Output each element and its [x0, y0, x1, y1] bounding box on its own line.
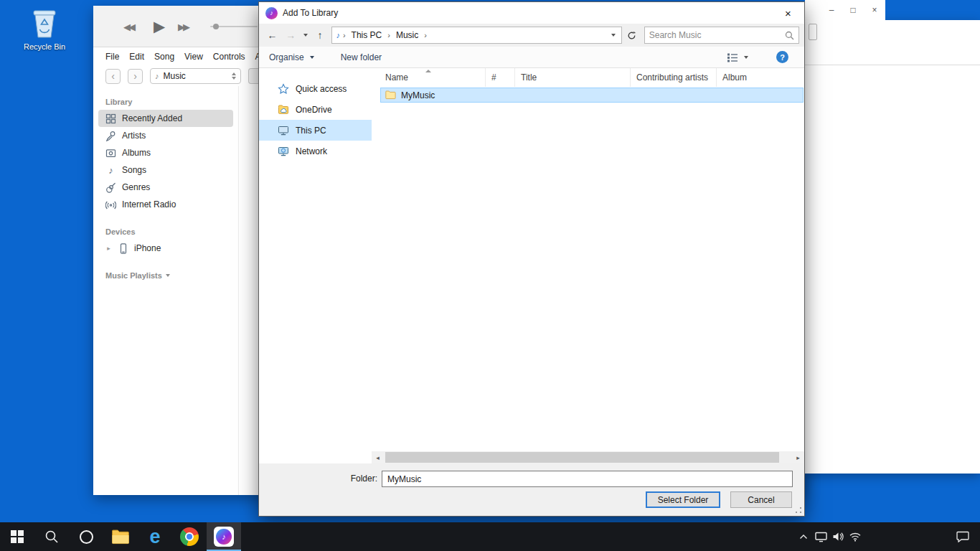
menu-file[interactable]: File — [105, 52, 119, 62]
search-input[interactable] — [649, 30, 785, 40]
file-list-area: Name # Title Contributing artists Album … — [372, 68, 804, 463]
menu-song[interactable]: Song — [154, 52, 174, 62]
sidebar-item-label: Artists — [122, 131, 146, 141]
horizontal-scrollbar[interactable]: ◂ ▸ — [372, 451, 804, 463]
nav-item-network[interactable]: Network — [259, 141, 372, 161]
recycle-bin[interactable]: Recycle Bin — [22, 6, 67, 51]
column-header-contributing-artists[interactable]: Contributing artists — [631, 68, 717, 87]
folder-label: Folder: — [346, 474, 377, 484]
resize-grip[interactable] — [794, 506, 802, 514]
media-kind-picker[interactable]: ♪ Music — [150, 68, 241, 84]
next-track-button[interactable]: ▶▶ — [178, 21, 188, 32]
address-dropdown-chevron-icon[interactable] — [611, 34, 616, 37]
music-note-icon: ♪ — [155, 72, 159, 80]
play-button[interactable]: ▶ — [154, 18, 165, 35]
chrome-button[interactable] — [172, 522, 207, 551]
file-row-selected[interactable]: MyMusic — [380, 88, 804, 103]
nav-item-quick-access[interactable]: Quick access — [259, 78, 372, 99]
album-icon — [105, 148, 116, 159]
chevron-right-icon: › — [133, 71, 137, 81]
folder-name-input[interactable] — [382, 471, 793, 487]
music-note-icon: ♪ — [105, 165, 116, 176]
select-folder-button[interactable]: Select Folder — [646, 491, 720, 508]
computer-icon — [278, 125, 289, 136]
dialog-main-area: Quick access OneDrive This PC — [259, 68, 804, 463]
folder-icon — [385, 90, 396, 100]
taskbar: e ♪ — [0, 522, 980, 551]
organise-button[interactable]: Organise — [269, 52, 316, 62]
scroll-right-button[interactable]: ▸ — [792, 451, 804, 463]
column-header-name[interactable]: Name — [372, 68, 486, 87]
media-kind-label: Music — [164, 71, 228, 81]
help-button[interactable]: ? — [776, 51, 788, 63]
column-header-number[interactable]: # — [486, 68, 515, 87]
view-options-button[interactable] — [727, 52, 750, 62]
sidebar-item-label: Internet Radio — [122, 199, 176, 209]
volume-knob[interactable] — [213, 24, 219, 29]
action-center-button[interactable] — [951, 522, 974, 551]
cortana-button[interactable] — [69, 522, 103, 551]
hidden-icons-button[interactable] — [795, 522, 812, 551]
start-button[interactable] — [0, 522, 34, 551]
column-header-title[interactable]: Title — [515, 68, 631, 87]
column-header-album[interactable]: Album — [717, 68, 804, 87]
menu-controls[interactable]: Controls — [213, 52, 245, 62]
file-list: MyMusic — [372, 87, 804, 451]
sidebar-item-genres[interactable]: Genres — [98, 179, 233, 196]
sidebar-item-internet-radio[interactable]: Internet Radio — [98, 196, 233, 213]
itunes-sidebar: Library Recently Added Artists Albums ♪ … — [93, 86, 239, 495]
search-box[interactable] — [644, 27, 799, 44]
address-bar[interactable]: ♪ › This PC › Music › — [331, 27, 622, 44]
list-view-icon — [727, 52, 738, 62]
wifi-icon — [849, 532, 861, 542]
sidebar-item-artists[interactable]: Artists — [98, 127, 233, 144]
maximize-button[interactable]: □ — [842, 0, 864, 20]
scrollbar-track[interactable] — [384, 451, 792, 463]
itunes-app-icon: ♪ — [265, 7, 278, 19]
windows-logo-icon — [11, 530, 24, 543]
menu-view[interactable]: View — [184, 52, 203, 62]
previous-track-button[interactable]: ◀◀ — [123, 21, 133, 32]
display-tray-button[interactable] — [812, 522, 829, 551]
back-button[interactable]: ← — [264, 29, 281, 41]
sidebar-item-songs[interactable]: ♪ Songs — [98, 161, 233, 179]
sidebar-item-albums[interactable]: Albums — [98, 144, 233, 161]
itunes-icon: ♪ — [214, 527, 234, 547]
edge-browser-button[interactable]: e — [138, 522, 172, 551]
disclosure-triangle-icon[interactable]: ▸ — [105, 245, 112, 252]
breadcrumb-this-pc[interactable]: This PC — [349, 30, 385, 40]
new-folder-button[interactable]: New folder — [341, 52, 382, 62]
nav-item-this-pc[interactable]: This PC — [259, 120, 372, 141]
scrollbar-thumb[interactable] — [385, 452, 779, 463]
file-explorer-button[interactable] — [103, 522, 138, 551]
file-name: MyMusic — [401, 90, 435, 100]
itunes-forward-button[interactable]: › — [128, 69, 143, 84]
nav-item-onedrive[interactable]: OneDrive — [259, 99, 372, 120]
close-icon[interactable]: × — [864, 0, 885, 20]
recycle-bin-icon — [29, 6, 60, 39]
chevron-down-icon — [744, 56, 748, 59]
volume-slider[interactable] — [210, 26, 258, 27]
forward-button[interactable]: → — [283, 29, 299, 41]
recent-locations-chevron-icon[interactable] — [303, 34, 308, 37]
dialog-titlebar[interactable]: ♪ Add To Library × — [259, 2, 804, 24]
radio-waves-icon — [105, 199, 116, 210]
sidebar-item-iphone[interactable]: ▸ iPhone — [98, 240, 233, 257]
sidebar-item-recently-added[interactable]: Recently Added — [98, 110, 233, 127]
sidebar-item-label: iPhone — [134, 243, 161, 253]
itunes-back-button[interactable]: ‹ — [105, 69, 121, 84]
taskbar-search-button[interactable] — [34, 522, 69, 551]
network-tray-button[interactable] — [847, 522, 864, 551]
close-icon[interactable]: × — [772, 2, 804, 24]
itunes-taskbar-button[interactable]: ♪ — [207, 522, 241, 551]
breadcrumb-music[interactable]: Music — [393, 30, 421, 40]
minimize-button[interactable]: – — [821, 0, 842, 20]
playlists-section-header[interactable]: Music Playlists — [93, 267, 238, 283]
cancel-button[interactable]: Cancel — [730, 491, 792, 508]
refresh-icon — [627, 31, 636, 40]
scroll-left-button[interactable]: ◂ — [372, 451, 384, 463]
up-button[interactable]: ↑ — [312, 29, 329, 41]
refresh-button[interactable] — [624, 27, 640, 44]
menu-edit[interactable]: Edit — [129, 52, 144, 62]
volume-tray-button[interactable] — [829, 522, 847, 551]
